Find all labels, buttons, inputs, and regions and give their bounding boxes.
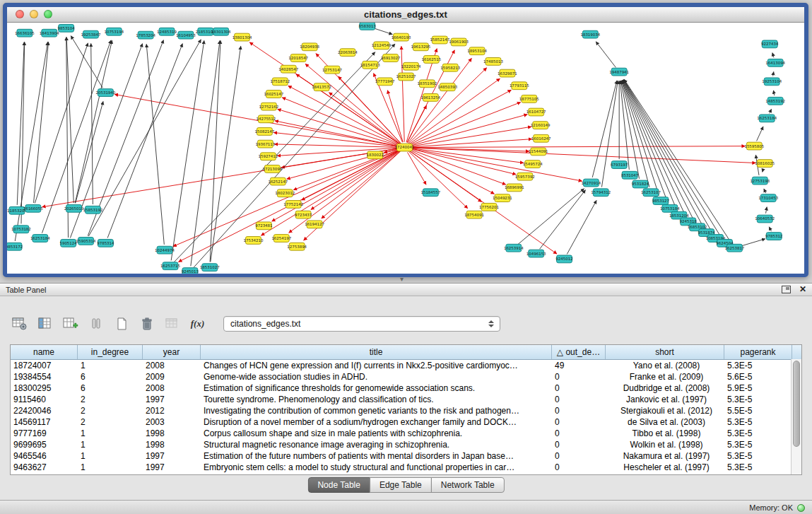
graph-edge[interactable] — [410, 103, 521, 146]
graph-node[interactable]: 16194127 — [305, 221, 324, 228]
graph-node[interactable]: 18953104 — [467, 47, 487, 55]
graph-edge[interactable] — [289, 151, 401, 233]
graph-node[interactable]: 17853204 — [136, 31, 155, 39]
graph-edge[interactable] — [311, 151, 400, 210]
graph-node[interactable]: 10753194 — [104, 28, 124, 35]
column-header-pagerank[interactable]: pagerank — [724, 345, 792, 359]
graph-node[interactable]: 15927412 — [258, 153, 278, 160]
graph-node[interactable]: 16104953 — [176, 31, 196, 39]
tab-node-table[interactable]: Node Table — [307, 477, 370, 493]
graph-node[interactable]: 20265019 — [64, 204, 84, 212]
close-button[interactable] — [16, 10, 24, 18]
graph-node[interactable]: 19253847 — [81, 30, 101, 38]
column-header-in_degree[interactable]: in_degree — [78, 345, 143, 359]
graph-node[interactable]: 16896991 — [505, 184, 524, 192]
graph-node[interactable]: 14270914 — [581, 179, 601, 187]
graph-node[interactable]: 15794312 — [591, 189, 611, 197]
graph-node[interactable]: 18154713 — [360, 61, 380, 69]
table-row[interactable]: 911546021997Tourette syndrome. Phenomeno… — [11, 394, 801, 405]
graph-edge[interactable] — [171, 40, 204, 260]
column-header-year[interactable]: year — [143, 345, 201, 359]
graph-node[interactable]: 9853127 — [652, 197, 669, 205]
table-mode-icon[interactable] — [10, 315, 29, 333]
graph-edge[interactable] — [770, 109, 772, 113]
graph-node[interactable]: 12485319 — [157, 28, 177, 35]
graph-node[interactable]: 16025147 — [264, 90, 283, 98]
tab-network-table[interactable]: Network Table — [431, 477, 505, 493]
delete-table-icon[interactable] — [137, 315, 156, 333]
graph-node[interactable]: 10753184 — [660, 204, 680, 212]
graph-node[interactable]: 19613254 — [420, 94, 440, 102]
graph-node[interactable]: 14275512 — [256, 115, 276, 123]
graph-node[interactable]: 18413572 — [312, 83, 331, 91]
import-table-icon[interactable] — [163, 315, 182, 333]
graph-node[interactable]: 19253104 — [762, 78, 782, 86]
graph-node[interactable]: 15495724 — [523, 160, 543, 168]
graph-node[interactable]: 22063814 — [338, 49, 358, 57]
graph-node[interactable]: 18301304 — [211, 28, 231, 35]
graph-node[interactable]: 15049231 — [493, 194, 512, 202]
graph-node[interactable]: 20531940 — [95, 89, 115, 97]
graph-edge[interactable] — [372, 28, 392, 34]
graph-node[interactable]: 19613295 — [411, 43, 430, 51]
graph-edge[interactable] — [410, 148, 755, 163]
close-panel-icon[interactable]: ✕ — [799, 285, 806, 293]
graph-edge[interactable] — [773, 71, 774, 76]
graph-node[interactable]: 16640193 — [392, 33, 411, 41]
graph-node[interactable]: 10244974 — [155, 246, 175, 254]
graph-node[interactable]: 9227434 — [761, 40, 779, 48]
graph-edge[interactable] — [329, 93, 400, 144]
graph-edge[interactable] — [408, 58, 471, 143]
graph-node[interactable]: 9531824 — [632, 180, 649, 188]
graph-edge[interactable] — [757, 127, 763, 141]
graph-node[interactable]: 10816025 — [755, 160, 775, 168]
function-builder-icon[interactable]: f(x) — [188, 315, 207, 333]
graph-node[interactable]: 15184557 — [420, 189, 440, 197]
graph-node[interactable]: 18319034 — [580, 30, 600, 38]
graph-node[interactable]: 8583013 — [359, 23, 377, 30]
graph-edge[interactable] — [410, 139, 531, 147]
graph-edge[interactable] — [410, 148, 516, 174]
graph-node[interactable]: 16413094 — [765, 59, 785, 66]
graph-node[interactable]: 9245013 — [182, 268, 199, 274]
graph-node[interactable]: 13801304 — [233, 33, 252, 41]
graph-edge[interactable] — [34, 42, 49, 203]
graph-node[interactable]: 19061903 — [449, 38, 469, 46]
graph-node[interactable]: 15595805 — [744, 142, 764, 150]
graph-node[interactable]: 17771947 — [375, 78, 395, 86]
graph-node[interactable]: 16913027 — [381, 54, 401, 62]
table-scrollbar[interactable] — [791, 359, 801, 474]
graph-node[interactable]: 12160149 — [531, 122, 551, 129]
column-header-name[interactable]: name — [11, 345, 78, 359]
graph-node[interactable]: 11544091 — [529, 148, 548, 156]
window-titlebar[interactable]: citations_edges.txt — [7, 7, 804, 23]
graph-node[interactable]: 9723481 — [255, 222, 272, 230]
table-row[interactable]: 1938455462009Genome-wide association stu… — [11, 371, 801, 382]
graph-node[interactable]: 12124549 — [372, 42, 392, 49]
graph-node[interactable]: 19367113 — [255, 140, 275, 148]
graph-node[interactable]: 15082147 — [254, 128, 274, 136]
graph-edge[interactable] — [518, 189, 584, 245]
graph-node[interactable]: 17310453 — [758, 194, 778, 202]
graph-edge[interactable] — [601, 81, 618, 187]
tab-edge-table[interactable]: Edge Table — [370, 477, 432, 493]
graph-node[interactable]: 9785312 — [765, 233, 782, 240]
graph-node[interactable]: 16636105 — [15, 29, 35, 37]
graph-node[interactable]: 16254197 — [271, 235, 291, 243]
new-table-icon[interactable] — [112, 315, 131, 333]
graph-node[interactable]: 18531027 — [200, 264, 220, 271]
graph-node[interactable]: 9785314 — [97, 239, 114, 247]
table-row[interactable]: 969969511998Structural magnetic resonanc… — [11, 439, 801, 450]
graph-edge[interactable] — [764, 189, 766, 193]
graph-node[interactable]: 9245012 — [555, 255, 572, 263]
graph-node[interactable]: 16253184 — [757, 115, 777, 122]
graph-node[interactable]: 10640532 — [755, 215, 775, 223]
create-column-icon[interactable] — [61, 315, 80, 333]
graph-node[interactable]: 15853192 — [83, 206, 103, 214]
graph-node[interactable]: 12752162 — [259, 103, 278, 110]
graph-node[interactable]: 17213094 — [262, 165, 282, 173]
graph-node[interactable]: 14853192 — [765, 97, 785, 105]
graph-edge[interactable] — [763, 169, 763, 173]
graph-node[interactable]: 18413904 — [40, 29, 59, 37]
graph-node[interactable]: 17518712 — [270, 78, 290, 86]
